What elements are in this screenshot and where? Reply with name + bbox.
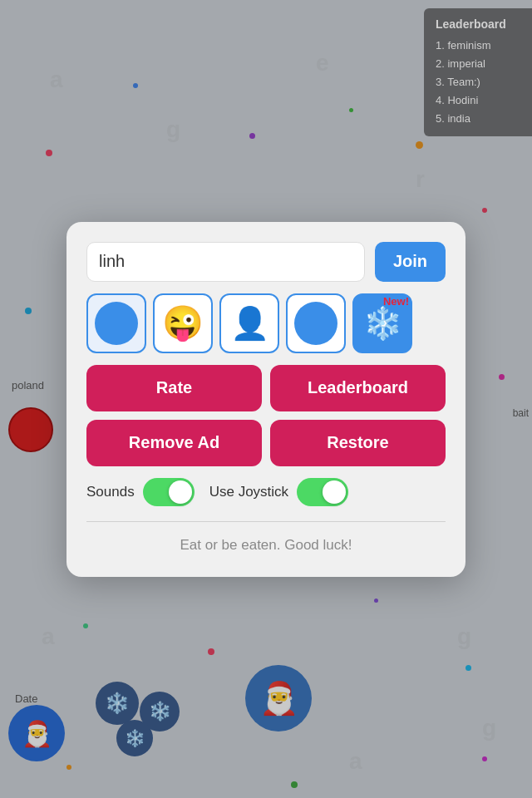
modal-backdrop: Join 😜 👤 ❄️ New! [0, 0, 532, 798]
skin-blue-circle[interactable] [86, 293, 146, 353]
joystick-toggle-group: Use Joystick [209, 478, 348, 506]
joystick-label: Use Joystick [209, 484, 288, 500]
action-row-2: Remove Ad Restore [86, 420, 446, 466]
sounds-toggle-group: Sounds [86, 478, 195, 506]
tagline: Eat or be eaten. Good luck! [86, 537, 446, 554]
skin-person[interactable]: 👤 [219, 293, 279, 353]
remove-ad-button[interactable]: Remove Ad [86, 420, 262, 466]
action-row-1: Rate Leaderboard [86, 365, 446, 411]
skin-row: 😜 👤 ❄️ New! [86, 293, 446, 353]
skin-snowflake[interactable]: ❄️ New! [352, 293, 412, 353]
name-input[interactable] [86, 242, 365, 282]
leaderboard-button[interactable]: Leaderboard [270, 365, 446, 411]
skin-blue-circle-2[interactable] [286, 293, 346, 353]
sounds-knob [169, 480, 192, 504]
sounds-toggle[interactable] [143, 478, 195, 506]
divider [86, 521, 446, 522]
modal: Join 😜 👤 ❄️ New! [66, 222, 466, 577]
sounds-label: Sounds [86, 484, 135, 500]
joystick-toggle[interactable] [297, 478, 348, 506]
new-badge: New! [380, 293, 412, 309]
joystick-knob [323, 480, 346, 504]
name-row: Join [86, 242, 446, 282]
rate-button[interactable]: Rate [86, 365, 262, 411]
skin-wink[interactable]: 😜 [153, 293, 213, 353]
toggle-row: Sounds Use Joystick [86, 478, 446, 506]
restore-button[interactable]: Restore [270, 420, 446, 466]
join-button[interactable]: Join [375, 242, 446, 282]
